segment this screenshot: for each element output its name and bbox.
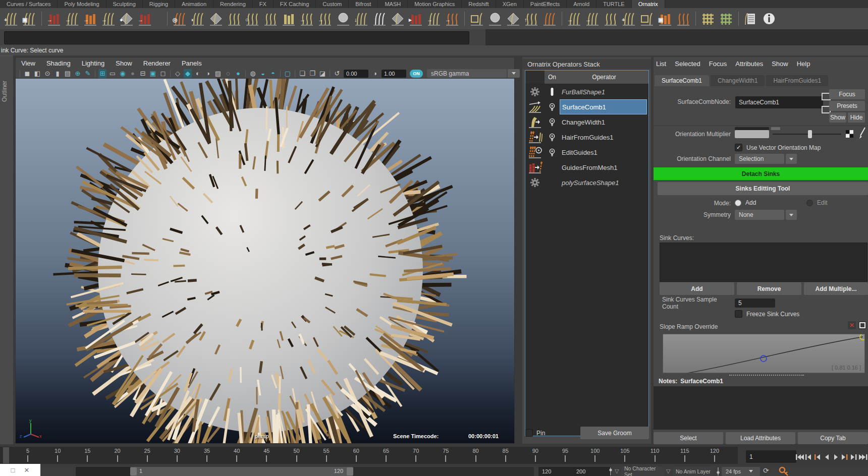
playback-speed-icon[interactable] [716, 467, 721, 476]
range-start-handle[interactable] [130, 467, 137, 475]
shelf-icon-folder-hair[interactable] [638, 10, 656, 27]
shaded-icon[interactable]: ◆ [184, 69, 192, 78]
shelf-icon-bundle-strands[interactable]: → [425, 10, 443, 27]
mode-add-option[interactable]: Add [735, 199, 756, 206]
select-camera-icon[interactable]: ◼ [23, 69, 31, 78]
operator-enabled-bulb-icon[interactable] [545, 133, 560, 142]
ae-tab-surfacecomb1[interactable]: SurfaceComb1 [655, 75, 709, 86]
shelf-tab-painteffects[interactable]: PaintEffects [524, 0, 567, 8]
marquee-zoom-icon[interactable]: ▢ [284, 69, 292, 78]
operator-row-furballshape1[interactable]: FurBallShape1 [525, 84, 648, 99]
loop-toggle-icon[interactable]: ⟳ [763, 466, 769, 474]
shelf-icon-device-strands[interactable]: ▣ [657, 10, 674, 27]
fur-ball-object[interactable] [16, 79, 514, 443]
window-maximize-button[interactable]: □ [11, 466, 15, 474]
sample-count-field[interactable]: 5 [735, 299, 775, 308]
pan-zoom-icon[interactable]: ⊕ [74, 69, 82, 78]
paint-brush-icon[interactable] [858, 127, 867, 140]
play-backward-button[interactable] [823, 453, 831, 460]
viewport-menu-panels[interactable]: Panels [176, 60, 207, 67]
resolution-gate-icon[interactable]: ◉ [119, 69, 127, 78]
ramp-expand-icon[interactable] [858, 321, 866, 329]
node-name-field[interactable]: SurfaceComb1 [735, 96, 823, 108]
wireframe-icon[interactable]: ◇ [174, 69, 182, 78]
operator-label-hairfromguides1[interactable]: HairFromGuides1 [560, 130, 648, 144]
current-frame-marker[interactable] [3, 447, 9, 463]
exposure-field[interactable]: 0.00 [344, 70, 368, 78]
viewport-menu-renderer[interactable]: Renderer [138, 60, 176, 67]
shelf-icon-shelf-list[interactable] [742, 10, 760, 27]
shelf-icon-bars-add-orange[interactable]: → [82, 10, 99, 27]
shelf-icon-info[interactable] [761, 10, 778, 27]
shelf-icon-create-hair[interactable]: + [3, 10, 20, 27]
go-to-end-button[interactable] [859, 453, 867, 460]
snapshot-icon[interactable]: ❏ [298, 69, 306, 78]
step-forward-key-button[interactable] [841, 453, 849, 460]
ae-menu-list[interactable]: List [656, 60, 666, 68]
gamma-icon[interactable]: ◑ [371, 69, 379, 78]
operator-label-furballshape1[interactable]: FurBallShape1 [560, 85, 648, 99]
select-button[interactable]: Select [654, 432, 723, 444]
animation-end-field[interactable]: 200 [573, 467, 612, 476]
save-groom-button[interactable]: Save Groom [580, 427, 649, 439]
operator-row-polysurfaceshape1[interactable]: polySurfaceShape1 [525, 175, 648, 190]
character-set-filter-icon[interactable]: ▽ [615, 468, 619, 474]
shelf-icon-length-ramp[interactable] [280, 10, 297, 27]
shelf-icon-cut-marks-red[interactable]: ▸ [407, 10, 424, 27]
fps-dropdown-arrow[interactable] [749, 470, 753, 472]
map-button[interactable] [846, 130, 853, 138]
image-plane-icon[interactable]: ▤ [64, 69, 72, 78]
shelf-tab-xgen[interactable]: XGen [496, 0, 524, 8]
operator-row-editguides1[interactable]: EditGuides1 [525, 145, 648, 160]
shelf-tab-poly-modeling[interactable]: Poly Modeling [58, 0, 106, 8]
step-back-key-button[interactable] [813, 453, 822, 460]
viewport-menu-show[interactable]: Show [110, 60, 138, 67]
sink-curves-list[interactable] [660, 243, 867, 282]
use-vector-checkbox[interactable]: ✓ [735, 144, 742, 151]
shelf-icon-lift-arrow[interactable]: ↑ [523, 10, 540, 27]
shelf-icon-strand-down[interactable]: ↓ [353, 10, 370, 27]
shelf-tab-custom[interactable]: Custom [316, 0, 349, 8]
orientation-multiplier-slider-track[interactable] [773, 134, 841, 135]
shelf-icon-orange-wave[interactable]: → [444, 10, 461, 27]
shelf-tab-redshift[interactable]: Redshift [462, 0, 496, 8]
shelf-tab-animation[interactable]: Animation [175, 0, 213, 8]
colorspace-dropdown-arrow[interactable] [508, 69, 520, 78]
shelf-icon-plus-strands[interactable]: + [620, 10, 637, 27]
shelf-tab-arnold[interactable]: Arnold [567, 0, 596, 8]
gamma-field[interactable]: 1.00 [382, 70, 406, 78]
ornatrix-panel-title[interactable]: Ornatrix Operators Stack [522, 59, 651, 69]
mode-edit-option[interactable]: Edit [806, 199, 828, 206]
remove-button[interactable]: Remove [737, 282, 801, 295]
textured-icon[interactable]: ◐ [194, 69, 202, 78]
focus-button[interactable]: Focus [829, 89, 865, 99]
lighting-icon[interactable]: ◑ [204, 69, 212, 78]
ae-menu-selected[interactable]: Selected [675, 60, 700, 68]
shelf-tab-rendering[interactable]: Rendering [213, 0, 253, 8]
operator-label-editguides1[interactable]: EditGuides1 [560, 145, 648, 159]
operator-enabled-bulb-icon[interactable] [545, 103, 560, 111]
shelf-icon-bars-to-strands[interactable]: → [45, 10, 63, 27]
range-end-handle[interactable] [347, 467, 353, 475]
grid-icon[interactable]: ⊞ [98, 69, 106, 78]
shelf-icon-wavy-strands[interactable] [226, 10, 243, 27]
shelf-icon-strands-convert[interactable]: → [64, 10, 81, 27]
gate-mask-icon[interactable]: ● [129, 69, 137, 78]
shelf-icon-strand-arrow[interactable]: ◗ [189, 10, 206, 27]
ae-tab-hairfromguides1[interactable]: HairFromGuides1 [766, 75, 828, 86]
window-close-button[interactable]: ✕ [24, 466, 29, 474]
add-button[interactable]: Add [660, 282, 734, 295]
shelf-icon-diamond-hair[interactable] [207, 10, 225, 27]
mode-add-radio[interactable] [735, 200, 741, 206]
ae-menu-attributes[interactable]: Attributes [735, 60, 763, 68]
load-attributes-button[interactable]: Load Attributes [726, 432, 795, 444]
shelf-icon-guides-circle-orange[interactable]: ◎ [171, 10, 188, 27]
character-set-field[interactable]: No Character Set [622, 467, 664, 476]
viewport-menu-view[interactable]: View [16, 60, 41, 67]
shelf-tab-mash[interactable]: MASH [378, 0, 408, 8]
play-forward-button[interactable] [832, 453, 840, 460]
multi-snapshot-icon[interactable]: ❐ [308, 69, 316, 78]
range-slider-track[interactable]: 1 120 [130, 467, 534, 476]
symmetry-dropdown-arrow[interactable] [786, 210, 797, 220]
shelf-icon-curly-strands[interactable]: ○ [244, 10, 261, 27]
